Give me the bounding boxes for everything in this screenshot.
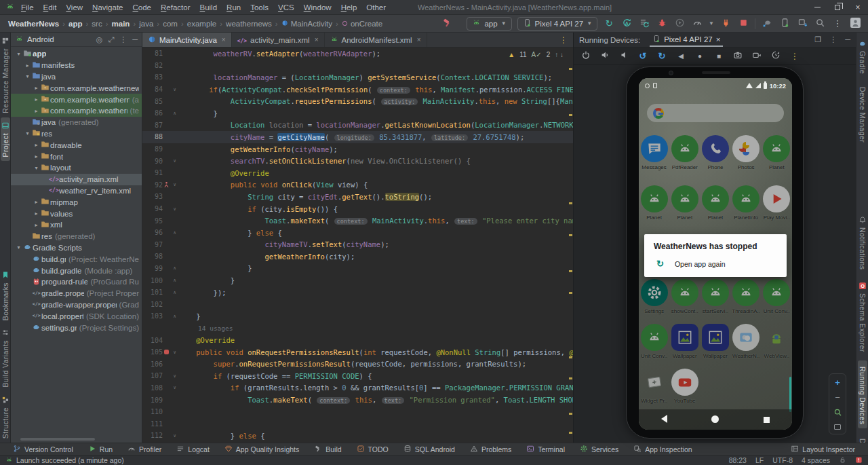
code-line[interactable]: 92∨ public void onClick(View view) { bbox=[142, 179, 573, 191]
code-line[interactable]: 86∧ } bbox=[142, 107, 573, 119]
rerun-button[interactable]: ↻ bbox=[603, 18, 615, 30]
tree-item-settings-gradle[interactable]: settings.gradle(Project Settings) bbox=[11, 322, 142, 333]
usages-inlay-hint[interactable]: 14 usages bbox=[142, 322, 573, 335]
tree-item-proguard-rules-pro[interactable]: proguard-rules.pro(ProGuard Ru bbox=[11, 276, 142, 288]
tool-window-button-gradle[interactable]: Gradle bbox=[858, 35, 867, 78]
code-line[interactable]: 88 cityName = getCityName( longitude: 85… bbox=[142, 131, 573, 143]
profile-button[interactable] bbox=[673, 18, 686, 30]
fold-toggle-icon[interactable]: ∧ bbox=[170, 278, 179, 283]
tool-window-button-sql-android[interactable]: SQL Android bbox=[396, 443, 462, 455]
panel-options-icon[interactable]: ⋮ bbox=[829, 35, 837, 44]
device-manager-button[interactable] bbox=[778, 18, 791, 30]
tree-item-com-example-weathernews[interactable]: ▸com.example.weathernews bbox=[11, 82, 142, 94]
caret-position[interactable]: 88:23 bbox=[729, 456, 747, 464]
tool-window-button-project[interactable]: Project bbox=[1, 117, 10, 161]
tab-androidmanifest-xml[interactable]: AndroidManifest.xml× bbox=[325, 33, 427, 47]
code-line[interactable]: 105∨ public void onRequestPermissionsRes… bbox=[142, 346, 573, 358]
attach-debugger-button[interactable] bbox=[719, 18, 732, 30]
tree-item-build-gradle[interactable]: build.gradle(Project: WeatherNe bbox=[11, 253, 142, 265]
indent-setting[interactable]: 4 spaces bbox=[802, 456, 830, 464]
tool-window-button-structure[interactable]: Structure bbox=[1, 392, 10, 443]
fold-toggle-icon[interactable]: ∨ bbox=[170, 385, 179, 390]
code-line[interactable]: 90∨ searchTV.setOnClickListener(new View… bbox=[142, 155, 573, 167]
code-line[interactable]: 95 Toast.makeText( context: MainActivity… bbox=[142, 215, 573, 227]
code-line[interactable]: 84∨ if(ActivityCompat.checkSelfPermissio… bbox=[142, 83, 573, 96]
options-icon[interactable]: ⋮ bbox=[119, 35, 127, 44]
apply-code-changes-button[interactable] bbox=[638, 18, 650, 30]
menu-item-view[interactable]: View bbox=[61, 1, 87, 14]
tree-toggle-icon[interactable]: ▸ bbox=[33, 108, 40, 114]
tree-item-build-gradle[interactable]: build.gradle(Module :app) bbox=[11, 265, 142, 276]
tree-item-app[interactable]: ▾app bbox=[11, 48, 142, 60]
lock-icon[interactable] bbox=[839, 456, 846, 465]
tree-item-xml[interactable]: ▸xml bbox=[11, 219, 142, 231]
tree-item-weather-rv-item-xml[interactable]: </>weather_rv_item.xml bbox=[11, 185, 142, 197]
project-view-selector[interactable]: Android bbox=[27, 35, 54, 43]
fold-toggle-icon[interactable]: ∧ bbox=[170, 230, 179, 236]
tree-item-drawable[interactable]: ▸drawable bbox=[11, 139, 142, 151]
code-line[interactable]: 104 @Override bbox=[142, 334, 573, 346]
breadcrumb-item-weathernews[interactable]: WeatherNews bbox=[7, 20, 60, 28]
tab-activity-main-xml[interactable]: </>activity_main.xml× bbox=[232, 33, 325, 47]
debug-button[interactable] bbox=[656, 18, 668, 30]
tree-toggle-icon[interactable]: ▾ bbox=[15, 51, 22, 57]
zoom-out-button[interactable]: − bbox=[835, 393, 840, 402]
code-line[interactable]: 112∨ } else { bbox=[142, 430, 573, 442]
tree-item-com-example-weathernews[interactable]: ▸com.example.weathernews(a bbox=[11, 94, 142, 105]
overview-button[interactable]: ■ bbox=[713, 52, 724, 60]
code-line[interactable]: 98 getWeatherInfo(city); bbox=[142, 250, 573, 263]
tree-toggle-icon[interactable]: ▸ bbox=[24, 62, 31, 69]
code-line[interactable]: 82 bbox=[142, 60, 573, 72]
file-encoding[interactable]: UTF-8 bbox=[772, 456, 793, 464]
magnifier-icon[interactable] bbox=[833, 408, 842, 418]
code-line[interactable]: 96∧ } else { bbox=[142, 227, 573, 239]
menu-item-file[interactable]: File bbox=[16, 1, 39, 14]
rotate-left-button[interactable]: ↺ bbox=[637, 51, 648, 61]
tab-mainactivity-java[interactable]: MainActivity.java× bbox=[142, 33, 232, 47]
expand-all-icon[interactable]: ⤢ bbox=[108, 35, 114, 44]
code-line[interactable]: 111 bbox=[142, 417, 573, 430]
breadcrumb-item-weathernews[interactable]: weathernews bbox=[224, 20, 273, 28]
tree-toggle-icon[interactable]: ▾ bbox=[33, 165, 40, 171]
tool-window-button-services[interactable]: Services bbox=[572, 443, 626, 455]
tool-window-button-layout-inspector[interactable]: Layout Inspector bbox=[783, 445, 863, 454]
zoom-in-button[interactable]: + bbox=[835, 378, 840, 387]
minimize-button[interactable] bbox=[807, 0, 827, 15]
menu-item-window[interactable]: Window bbox=[299, 1, 336, 14]
tree-item-local-properties[interactable]: </>local.properties(SDK Location) bbox=[11, 310, 142, 322]
tree-toggle-icon[interactable]: ▸ bbox=[33, 222, 40, 228]
close-tab-icon[interactable]: × bbox=[222, 36, 226, 43]
tree-item-res[interactable]: res(generated) bbox=[11, 231, 142, 242]
hide-panel-icon[interactable]: ─ bbox=[132, 35, 138, 44]
gradle-sync-button[interactable] bbox=[761, 18, 773, 30]
menu-item-help[interactable]: Help bbox=[336, 1, 362, 14]
tool-window-button-running-devices[interactable]: Running Devices bbox=[858, 360, 867, 428]
fold-toggle-icon[interactable]: ∧ bbox=[170, 314, 179, 319]
breadcrumb-item-java[interactable]: java bbox=[138, 20, 155, 28]
more-options-icon[interactable]: ⋮ bbox=[831, 18, 844, 30]
tree-toggle-icon[interactable]: ▾ bbox=[24, 73, 31, 79]
home-button[interactable]: ● bbox=[694, 52, 705, 60]
line-ending[interactable]: LF bbox=[755, 456, 764, 464]
tool-window-button-terminal[interactable]: Terminal bbox=[519, 443, 572, 455]
tree-item-activity-main-xml[interactable]: </>activity_main.xml bbox=[11, 174, 142, 185]
tree-toggle-icon[interactable]: ▸ bbox=[33, 96, 40, 103]
menu-item-tools[interactable]: Tools bbox=[245, 1, 273, 14]
close-tab-icon[interactable]: × bbox=[315, 36, 319, 43]
tree-toggle-icon[interactable]: ▸ bbox=[33, 199, 40, 205]
code-line[interactable]: 83 locationManager = (LocationManager) g… bbox=[142, 71, 573, 83]
fold-toggle-icon[interactable]: ∨ bbox=[170, 158, 179, 164]
user-avatar[interactable] bbox=[849, 18, 861, 30]
code-line[interactable]: 100∧ } bbox=[142, 274, 573, 286]
back-button[interactable] bbox=[639, 413, 690, 426]
tool-window-button-version-control[interactable]: Version Control bbox=[5, 443, 81, 455]
tree-toggle-icon[interactable]: ▸ bbox=[33, 142, 40, 148]
target-device-select[interactable]: Pixel 4 API 27▼ bbox=[517, 17, 598, 31]
search-everywhere-button[interactable] bbox=[814, 18, 826, 30]
code-line[interactable]: 99∧ } bbox=[142, 263, 573, 275]
tree-item-layout[interactable]: ▾layout bbox=[11, 162, 142, 174]
tree-toggle-icon[interactable]: ▸ bbox=[33, 210, 40, 217]
code-line[interactable]: 101∧ }); bbox=[142, 286, 573, 299]
apply-changes-button[interactable]: A bbox=[620, 18, 633, 30]
locate-file-icon[interactable]: ◎ bbox=[96, 35, 103, 44]
